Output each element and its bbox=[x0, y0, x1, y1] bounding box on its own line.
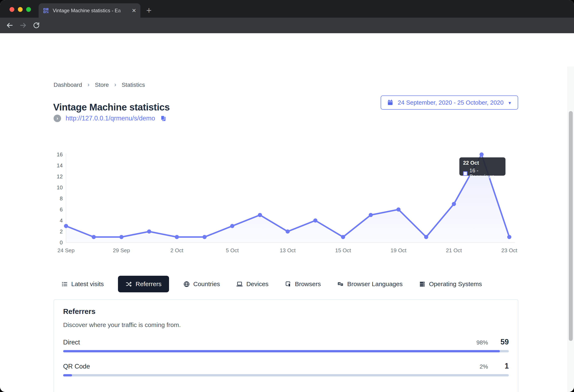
stats-tabs: Latest visitsReferrersCountriesDevicesBr… bbox=[59, 276, 484, 292]
data-point[interactable] bbox=[64, 224, 68, 228]
browser-icon bbox=[285, 281, 291, 288]
tab-close-icon[interactable]: ✕ bbox=[132, 8, 136, 13]
minimize-window-button[interactable] bbox=[18, 7, 23, 12]
list-icon bbox=[61, 281, 68, 288]
tooltip-value: 16 - Pageviews bbox=[470, 167, 502, 180]
x-tick-label: 19 Oct bbox=[391, 247, 407, 253]
scrollbar-track[interactable] bbox=[568, 66, 574, 392]
breadcrumb-separator-icon: › bbox=[114, 81, 116, 88]
tab-latest-visits[interactable]: Latest visits bbox=[59, 276, 106, 292]
chevron-right-icon: › bbox=[54, 115, 61, 122]
data-point[interactable] bbox=[147, 229, 151, 234]
tab-label: Referrers bbox=[136, 281, 162, 288]
data-point[interactable] bbox=[507, 235, 511, 239]
breadcrumb-item-statistics: Statistics bbox=[122, 82, 145, 88]
y-tick-label: 8 bbox=[60, 195, 63, 202]
referrer-label: QR Code bbox=[63, 363, 480, 370]
tab-browsers[interactable]: Browsers bbox=[283, 276, 323, 292]
date-range-label: 24 September, 2020 - 25 October, 2020 bbox=[398, 99, 503, 106]
calendar-icon bbox=[387, 99, 393, 106]
referrer-progress-fill bbox=[63, 374, 72, 376]
data-point[interactable] bbox=[341, 235, 345, 239]
chart-canvas: 024681012141624 Sep29 Sep2 Oct5 Oct13 Oc… bbox=[50, 149, 523, 256]
laptop-icon bbox=[236, 281, 243, 288]
tooltip-series-swatch bbox=[463, 171, 468, 176]
referrer-progress-track bbox=[63, 374, 509, 376]
forward-icon bbox=[18, 21, 28, 30]
data-point[interactable] bbox=[424, 235, 428, 239]
tab-devices[interactable]: Devices bbox=[234, 276, 271, 292]
data-point[interactable] bbox=[92, 235, 96, 239]
qr-favicon-icon bbox=[43, 7, 49, 14]
data-point[interactable] bbox=[286, 229, 290, 234]
browser-window: Vintage Machine statistics - Ea ✕ + Dash… bbox=[0, 0, 574, 392]
x-tick-label: 15 Oct bbox=[335, 247, 351, 253]
breadcrumb-separator-icon: › bbox=[87, 81, 89, 88]
globe-icon bbox=[183, 281, 190, 288]
shuffle-icon bbox=[125, 281, 132, 288]
data-point[interactable] bbox=[396, 207, 401, 212]
breadcrumb-item-store[interactable]: Store bbox=[95, 82, 109, 88]
tab-title: Vintage Machine statistics - Ea bbox=[53, 8, 130, 14]
data-point[interactable] bbox=[258, 213, 262, 217]
tab-browser-languages[interactable]: A✦Browser Languages bbox=[335, 276, 405, 292]
caret-down-icon: ▼ bbox=[508, 101, 512, 105]
referrer-percent: 2% bbox=[480, 363, 488, 370]
x-tick-label: 13 Oct bbox=[280, 247, 296, 253]
referrer-row-direct: Direct98%59 bbox=[63, 338, 509, 352]
tooltip-date: 22 Oct bbox=[463, 160, 502, 166]
referrer-row-qr-code: QR Code2%1 bbox=[63, 362, 509, 376]
store-url-row: › http://127.0.0.1/qrmenu/s/demo bbox=[54, 115, 167, 122]
tab-referrers[interactable]: Referrers bbox=[118, 276, 169, 292]
referrer-label: Direct bbox=[63, 339, 476, 346]
tab-label: Devices bbox=[246, 281, 268, 288]
tab-strip: Vintage Machine statistics - Ea ✕ + bbox=[0, 0, 574, 18]
tab-label: Latest visits bbox=[71, 281, 104, 288]
back-icon[interactable] bbox=[5, 21, 15, 30]
browser-toolbar bbox=[0, 18, 574, 33]
svg-text:A: A bbox=[338, 282, 340, 285]
referrer-count: 1 bbox=[497, 362, 509, 371]
card-description: Discover where your traffic is coming fr… bbox=[63, 321, 181, 329]
data-point[interactable] bbox=[369, 213, 373, 217]
tab-countries[interactable]: Countries bbox=[181, 276, 222, 292]
y-tick-label: 14 bbox=[57, 162, 63, 169]
copy-icon[interactable] bbox=[160, 115, 167, 122]
data-point[interactable] bbox=[479, 152, 484, 157]
scrollbar-thumb[interactable] bbox=[569, 111, 573, 341]
data-point[interactable] bbox=[230, 224, 234, 228]
y-tick-label: 0 bbox=[60, 239, 63, 246]
data-point[interactable] bbox=[175, 235, 179, 239]
server-icon bbox=[419, 281, 426, 288]
maximize-window-button[interactable] bbox=[26, 7, 31, 12]
breadcrumb: Dashboard›Store›Statistics bbox=[54, 82, 145, 88]
x-tick-label: 23 Oct bbox=[501, 247, 517, 253]
y-tick-label: 2 bbox=[60, 228, 63, 235]
breadcrumb-item-dashboard[interactable]: Dashboard bbox=[54, 82, 82, 88]
store-url-link[interactable]: http://127.0.0.1/qrmenu/s/demo bbox=[66, 115, 155, 122]
y-tick-label: 10 bbox=[57, 184, 63, 191]
new-tab-button[interactable]: + bbox=[144, 5, 154, 15]
data-point[interactable] bbox=[203, 235, 207, 239]
data-point[interactable] bbox=[119, 235, 123, 239]
pageviews-chart: 024681012141624 Sep29 Sep2 Oct5 Oct13 Oc… bbox=[50, 149, 523, 256]
reload-icon[interactable] bbox=[32, 21, 41, 30]
referrers-card: Referrers Discover where your traffic is… bbox=[54, 299, 518, 392]
tab-label: Countries bbox=[193, 281, 220, 288]
browser-tab[interactable]: Vintage Machine statistics - Ea ✕ bbox=[39, 3, 140, 18]
y-tick-label: 16 bbox=[57, 151, 63, 158]
x-tick-label: 5 Oct bbox=[226, 247, 239, 253]
referrer-progress-fill bbox=[63, 350, 500, 352]
y-tick-label: 4 bbox=[60, 217, 63, 224]
tab-operating-systems[interactable]: Operating Systems bbox=[417, 276, 484, 292]
data-point[interactable] bbox=[313, 218, 318, 223]
tab-label: Operating Systems bbox=[429, 281, 482, 288]
date-range-picker[interactable]: 24 September, 2020 - 25 October, 2020 ▼ bbox=[381, 96, 518, 110]
y-tick-label: 6 bbox=[60, 206, 63, 213]
data-point[interactable] bbox=[452, 202, 456, 206]
close-window-button[interactable] bbox=[10, 7, 14, 12]
referrer-percent: 98% bbox=[476, 339, 488, 346]
svg-text:✦: ✦ bbox=[341, 283, 343, 286]
tab-label: Browser Languages bbox=[347, 281, 403, 288]
tab-label: Browsers bbox=[295, 281, 321, 288]
